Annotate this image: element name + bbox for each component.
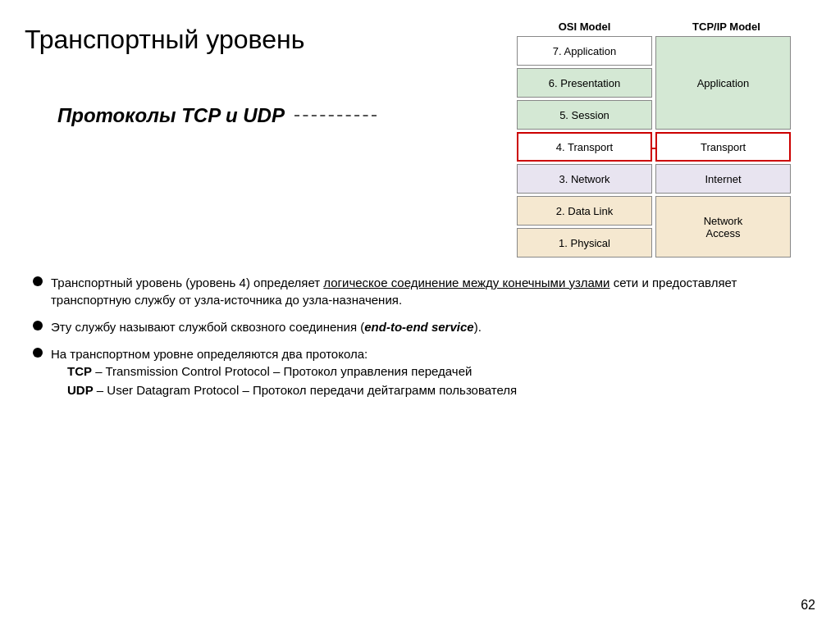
bullet-3: На транспортном уровне определяются два … xyxy=(33,345,807,399)
osi-layer-7: 7. Application xyxy=(517,36,652,66)
bullet-2: Эту службу называют службой сквозного со… xyxy=(33,318,807,335)
bullet-2-content: Эту службу называют службой сквозного со… xyxy=(51,318,807,335)
top-section: Транспортный уровень Протоколы TCP и UDP… xyxy=(25,16,815,258)
bullet-1-underline: логическое соединение между конечными уз… xyxy=(323,276,609,289)
transport-inner-dotted xyxy=(652,148,655,149)
bullet-list: Транспортный уровень (уровень 4) определ… xyxy=(33,274,807,399)
tcpip-application: Application xyxy=(655,36,791,130)
udp-item: UDP – User Datagram Protocol – Протокол … xyxy=(67,381,807,400)
tcp-label: TCP xyxy=(67,364,92,378)
bullet-dot-3 xyxy=(33,348,43,358)
osi-layer-2: 2. Data Link xyxy=(517,196,652,226)
tcpip-header: TCP/IP Model xyxy=(659,21,794,33)
osi-header: OSI Model xyxy=(517,21,652,33)
diagram-area: OSI Model TCP/IP Model 7. Application 6.… xyxy=(517,21,829,258)
page-number: 62 xyxy=(801,598,815,613)
slide-container: Транспортный уровень Протоколы TCP и UDP… xyxy=(0,0,840,629)
osi-layer-3: 3. Network xyxy=(517,164,652,194)
osi-layer-4: 4. Transport xyxy=(517,132,652,162)
sub-bullet-list: TCP – Transmission Control Protocol – Пр… xyxy=(51,362,807,399)
osi-layer-5: 5. Session xyxy=(517,100,652,130)
diagram-headers: OSI Model TCP/IP Model xyxy=(517,21,829,33)
tcpip-internet: Internet xyxy=(655,164,791,194)
tcpip-network-access: NetworkAccess xyxy=(655,196,791,258)
connector-line xyxy=(294,115,377,116)
osi-layer-1: 1. Physical xyxy=(517,228,652,258)
left-title-area: Транспортный уровень Протоколы TCP и UDP xyxy=(25,16,500,127)
slide-title: Транспортный уровень xyxy=(25,25,500,55)
bullet-dot-1 xyxy=(33,276,43,286)
osi-layer-6: 6. Presentation xyxy=(517,68,652,98)
tcpip-column: Application Transport Internet NetworkAc… xyxy=(655,36,791,258)
udp-label: UDP xyxy=(67,383,94,397)
content-section: Транспортный уровень (уровень 4) определ… xyxy=(25,274,815,399)
diagram-body: 7. Application 6. Presentation 5. Sessio… xyxy=(517,36,829,258)
bullet-1-content: Транспортный уровень (уровень 4) определ… xyxy=(51,274,807,308)
osi-column: 7. Application 6. Presentation 5. Sessio… xyxy=(517,36,652,258)
bullet-dot-2 xyxy=(33,321,43,330)
tcp-udp-label: Протоколы TCP и UDP xyxy=(57,104,500,127)
bullet-1: Транспортный уровень (уровень 4) определ… xyxy=(33,274,807,308)
tcp-item: TCP – Transmission Control Protocol – Пр… xyxy=(67,362,807,381)
tcpip-transport: Transport xyxy=(655,132,791,162)
bullet-3-content: На транспортном уровне определяются два … xyxy=(51,345,807,399)
end-to-end-label: end-to-end service xyxy=(364,320,473,334)
